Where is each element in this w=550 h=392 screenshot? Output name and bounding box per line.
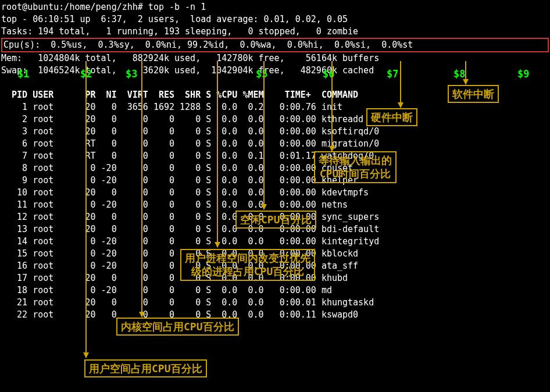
process-row: 8 root 0 -20 0 0 0 S 0.0 0.0 0:00.00 cpu…: [1, 162, 549, 174]
tasks-line: Tasks: 194 total, 1 running, 193 sleepin…: [1, 26, 549, 38]
process-row: 18 root 0 -20 0 0 0 S 0.0 0.0 0:00.00 md: [1, 284, 549, 297]
marker-1: $1: [17, 67, 29, 81]
process-row: 9 root 0 -20 0 0 0 S 0.0 0.0 0:00.00 khe…: [1, 174, 549, 187]
arrow-hardirq: [400, 61, 401, 108]
cpu-line-box: Cpu(s): 0.5%us, 0.3%sy, 0.0%ni, 99.2%id,…: [1, 38, 549, 52]
annot-io-wait: 等待输入输出的 CPU时间百分比: [314, 151, 397, 183]
marker-5: $5: [256, 67, 267, 81]
process-row: 7 root RT 0 0 0 0 S 0.0 0.1 0:01.17 watc…: [1, 150, 549, 162]
process-row: 22 root 20 0 0 0 0 S 0.0 0.0 0:00.11 ksw…: [1, 309, 549, 321]
mem-line: Mem: 1024804k total, 882924k used, 14278…: [1, 52, 549, 65]
marker-7: $7: [387, 67, 398, 81]
process-row: 14 root 0 -20 0 0 0 S 0.0 0.0 0:00.00 ki…: [1, 236, 549, 248]
marker-9: $9: [517, 67, 529, 81]
annot-hard-irq: 硬件中断: [366, 108, 417, 126]
arrow-softirq: [465, 61, 466, 84]
annot-idle: 空闲CPU百分比: [235, 211, 316, 229]
process-row: 10 root 20 0 0 0 0 S 0.0 0.0 0:00.00 kde…: [1, 187, 549, 199]
process-row: 3 root 20 0 0 0 0 S 0.0 0.0 0:00.00 ksof…: [1, 126, 549, 138]
arrow-nice: [217, 61, 218, 247]
annot-user: 用户空间占用CPU百分比: [84, 359, 207, 377]
marker-3: $3: [126, 67, 137, 81]
process-row: 21 root 20 0 0 0 0 S 0.0 0.0 0:00.01 khu…: [1, 297, 549, 309]
annot-kernel: 内核空间占用CPU百分比: [116, 318, 239, 336]
arrow-idle: [263, 61, 265, 209]
marker-6: $6: [323, 67, 334, 81]
annot-nice: 用户进程空间内改变过优先 级的进程占用CPU百分比: [180, 249, 315, 281]
prompt-line: root@ubuntu:/home/peng/zhh# top -b -n 1: [1, 1, 549, 13]
top-line: top - 06:10:51 up 6:37, 2 users, load av…: [1, 13, 549, 26]
annot-soft-irq: 软件中断: [448, 85, 499, 103]
arrow-kernel: [141, 61, 142, 317]
arrow-user: [85, 61, 87, 358]
process-row: 11 root 0 -20 0 0 0 S 0.0 0.0 0:00.00 ne…: [1, 199, 549, 211]
process-row: 6 root RT 0 0 0 0 S 0.0 0.0 0:00.00 migr…: [1, 138, 549, 150]
arrow-iowait: [331, 61, 333, 151]
process-row: 2 root 20 0 0 0 0 S 0.0 0.0 0:00.00 kthr…: [1, 113, 549, 126]
